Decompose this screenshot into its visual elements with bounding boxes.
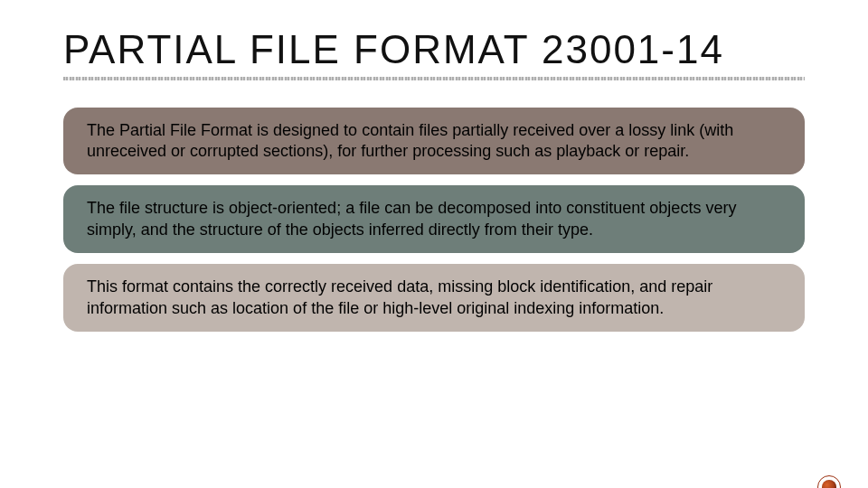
panel-2-text: The file structure is object-oriented; a… bbox=[87, 199, 736, 238]
panel-3: This format contains the correctly recei… bbox=[63, 264, 805, 332]
content-panels: The Partial File Format is designed to c… bbox=[63, 108, 805, 332]
panel-3-text: This format contains the correctly recei… bbox=[87, 277, 712, 316]
panel-1-text: The Partial File Format is designed to c… bbox=[87, 121, 733, 160]
sphere-icon bbox=[822, 480, 836, 488]
slide: PARTIAL FILE FORMAT 23001-14 The Partial… bbox=[0, 27, 868, 488]
panel-1: The Partial File Format is designed to c… bbox=[63, 108, 805, 175]
panel-2: The file structure is object-oriented; a… bbox=[63, 185, 805, 253]
title-underline bbox=[63, 77, 805, 80]
slide-title: PARTIAL FILE FORMAT 23001-14 bbox=[63, 27, 805, 73]
page-number-icon bbox=[817, 475, 841, 488]
